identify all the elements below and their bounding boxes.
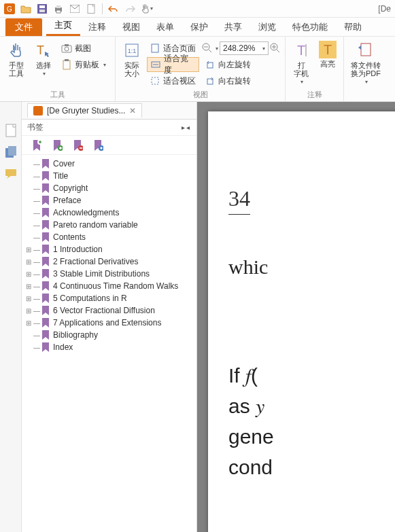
svg-text:T: T [297,43,305,58]
rotate-right-icon [205,75,216,86]
bookmark-label: 1 Introduction [53,245,103,254]
tree-expander[interactable]: ⊞ [24,307,33,315]
bookmark-item[interactable]: ⊞—2 Fractional Derivatives [22,255,196,268]
rotate-left-button[interactable]: 向左旋转 [202,57,281,72]
print-icon[interactable] [52,2,65,16]
svg-text:G: G [7,5,12,13]
bookmark-item[interactable]: —Cover [22,158,196,170]
tree-line: — [33,246,41,253]
window-title: [De [378,4,392,14]
rotate-right-button[interactable]: 向右旋转 [202,73,281,88]
view-group-label: 视图 [120,90,281,101]
fit-width-icon [150,59,161,70]
tree-line: — [33,197,41,205]
tree-line: — [33,258,41,266]
new-icon[interactable] [84,2,98,16]
bookmark-tool-add-icon[interactable] [52,139,63,152]
bookmark-tool-goto-icon[interactable] [92,139,103,152]
email-icon[interactable] [68,2,82,16]
hand-dropdown-icon[interactable]: ▾ [139,2,153,16]
tree-line: — [33,173,41,180]
tree-expander[interactable]: ⊞ [24,258,33,266]
hand-tool-button[interactable]: 手型工具 [4,38,29,77]
bookmark-item[interactable]: —Copyright [22,182,196,194]
bookmark-icon [41,220,50,230]
tab-share[interactable]: 共享 [216,18,250,36]
bookmark-item[interactable]: —Pareto random variable [22,219,196,231]
highlight-button[interactable]: T 高亮 [316,38,340,68]
zoom-out-icon[interactable] [202,43,213,54]
tab-help[interactable]: 帮助 [336,18,370,36]
bookmark-item[interactable]: —Index [22,341,196,353]
bookmark-label: Title [53,171,68,181]
bookmark-item[interactable]: ⊞—7 Applications and Extensions [22,317,196,329]
hand-tool-label: 手型 [9,61,24,69]
panel-pages-icon[interactable] [3,144,19,160]
bookmark-label: Preface [53,196,81,205]
tree-expander[interactable]: ⊞ [24,283,33,290]
tab-home[interactable]: 主页 [46,16,80,36]
tree-expander[interactable]: ⊞ [24,270,33,278]
app-icon: G [3,2,16,16]
svg-text:T: T [37,43,44,57]
tab-featured[interactable]: 特色功能 [284,18,336,36]
open-icon[interactable] [19,2,33,16]
bookmark-icon [41,342,50,352]
panel-comment-icon[interactable] [3,166,19,182]
page-text: as 𝑦 [228,391,395,421]
panel-page-icon[interactable] [3,122,19,139]
typewriter-button[interactable]: T 打字机 ▾ [290,38,313,85]
bookmark-item[interactable]: ⊞—4 Continuous Time Random Walks [22,280,196,292]
tab-protect[interactable]: 保护 [182,18,216,36]
tab-form[interactable]: 表单 [148,18,182,36]
file-tab[interactable]: 文件 [5,18,42,36]
bookmark-item[interactable]: —Bibliography [22,329,196,341]
bookmark-label: Bibliography [53,330,98,340]
bookmark-icon [41,330,50,340]
clipboard-button[interactable]: 剪贴板 ▾ [58,57,109,72]
bookmark-item[interactable]: ⊞—5 Computations in R [22,292,196,304]
convert-icon [356,41,375,60]
bookmark-tool-new-icon[interactable] [31,139,42,152]
zoom-in-icon[interactable] [270,43,281,54]
actual-size-button[interactable]: 1:1 实际大小 [120,38,144,77]
bookmark-item[interactable]: —Contents [22,231,196,243]
undo-icon[interactable] [107,2,120,16]
chevron-down-icon[interactable]: ▾ [216,46,218,52]
close-icon[interactable]: ✕ [129,106,136,116]
screenshot-button[interactable]: 截图 [58,41,109,56]
select-tool-button[interactable]: T 选择 ▾ [31,38,56,77]
tree-line: — [33,185,41,192]
convert-to-pdf-button[interactable]: 将文件转换为PDF ▾ [348,38,383,85]
tab-browse[interactable]: 浏览 [250,18,284,36]
bookmark-icon [41,232,50,242]
svg-rect-28 [361,43,371,56]
bookmark-item[interactable]: ⊞—1 Introduction [22,243,196,255]
bookmark-item[interactable]: —Preface [22,194,196,207]
svg-rect-3 [39,5,45,8]
panel-collapse-icon[interactable]: ▸◂ [182,124,191,131]
bookmark-item[interactable]: ⊞—3 Stable Limit Distributions [22,268,196,280]
bookmark-item[interactable]: ⊞—6 Vector Fractional Diffusion [22,304,196,317]
bookmark-item[interactable]: —Title [22,170,196,182]
save-icon[interactable] [35,2,49,16]
fit-visible-button[interactable]: 适合视区 [147,73,199,88]
tree-expander[interactable]: ⊞ [24,295,33,302]
bookmark-item[interactable]: —Acknowledgments [22,207,196,219]
svg-rect-14 [63,60,70,69]
fit-width-button[interactable]: 适合宽度 [147,57,199,72]
svg-text:1:1: 1:1 [128,48,137,54]
highlight-icon: T [319,41,337,58]
tab-comment[interactable]: 注释 [80,18,114,36]
zoom-input[interactable]: 248.29%▾ [220,41,269,55]
pdf-page[interactable]: 34 whic If 𝑓( as 𝑦 gene cond [208,111,395,532]
bookmark-tool-delete-icon[interactable] [72,139,83,152]
chevron-down-icon: ▾ [43,71,46,77]
select-label: 选择 [36,61,51,69]
redo-icon[interactable] [123,2,137,16]
tab-view[interactable]: 视图 [114,18,148,36]
bookmark-icon [41,245,50,254]
tree-expander[interactable]: ⊞ [24,246,33,253]
document-tab[interactable]: [De Gruyter Studies... ✕ [27,103,142,118]
tree-expander[interactable]: ⊞ [24,319,33,327]
